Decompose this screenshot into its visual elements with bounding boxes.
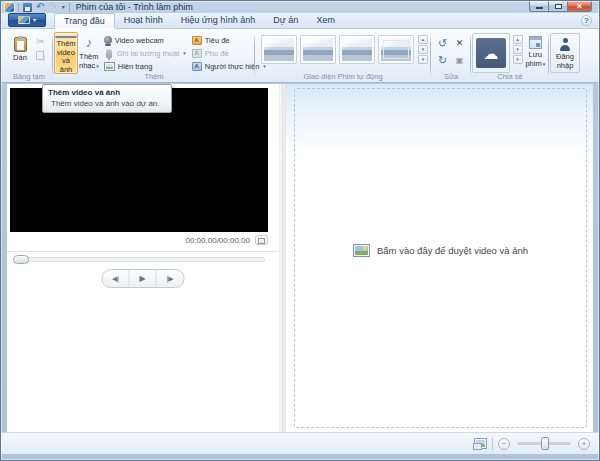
tooltip-title: Thêm video và ảnh	[43, 86, 171, 98]
group-label-automovie: Giao diện Phim tự động	[255, 72, 431, 81]
snapshot-icon	[104, 62, 115, 71]
add-videos-photos-label: Thêm video và ảnh	[55, 40, 77, 75]
select-all-icon[interactable]: ▣	[452, 53, 467, 68]
snapshot-button[interactable]: Hiện trạng	[103, 60, 187, 72]
automovie-theme-thumbnail[interactable]	[339, 35, 375, 64]
previous-frame-button[interactable]: ◀|	[103, 270, 130, 287]
record-narration-label: Ghi lại tường thuật	[117, 49, 179, 58]
close-button[interactable]: ×	[567, 1, 592, 12]
seek-slider-thumb[interactable]	[13, 255, 29, 264]
zoom-in-button[interactable]: +	[578, 438, 590, 450]
time-row: 00:00.00/00:00.00	[10, 235, 268, 245]
seek-slider[interactable]	[13, 257, 265, 262]
pane-splitter[interactable]	[279, 84, 286, 432]
cut-icon[interactable]: ✂	[36, 37, 44, 47]
automovie-theme-thumbnail[interactable]	[261, 35, 297, 64]
tab-bar: ▾ Trang đầu Hoạt hình Hiệu ứng hình ảnh …	[1, 13, 599, 29]
person-icon	[559, 38, 571, 51]
ribbon: Dán ✂ Bảng tạm Thêm video và ảnh ♪ Thêm …	[1, 29, 599, 83]
gallery-scroll-down-icon[interactable]: ▾	[418, 45, 428, 54]
microphone-icon	[106, 49, 112, 58]
tab-home[interactable]: Trang đầu	[54, 13, 115, 29]
save-movie-button[interactable]: Lưu phim▾	[523, 32, 548, 74]
minimize-button[interactable]	[529, 1, 548, 12]
automovie-theme-thumbnail[interactable]	[378, 35, 414, 64]
divider	[7, 251, 279, 252]
chevron-down-icon: ▾	[96, 63, 99, 69]
share-more-icon[interactable]: ▾	[513, 55, 523, 64]
ribbon-group-clipboard: Dán ✂ Bảng tạm	[5, 29, 53, 82]
webcam-video-button[interactable]: Video webcam	[103, 34, 187, 46]
theme-preview-image	[342, 38, 372, 61]
theme-preview-image	[381, 38, 411, 61]
credits-label: Người thực hiện	[205, 62, 260, 71]
ribbon-group-automovie: ▴ ▾ ▾ Giao diện Phim tự động	[255, 29, 431, 82]
add-music-button[interactable]: ♪ Thêm nhạc▾	[78, 32, 100, 74]
rotate-left-icon[interactable]: ↺	[435, 36, 450, 51]
theme-preview-image	[264, 38, 294, 61]
snapshot-label: Hiện trạng	[118, 62, 153, 71]
group-label-share: Chia sẻ	[471, 72, 549, 81]
paste-label: Dán	[13, 54, 27, 63]
playback-controls: ◀| ▶ |▶	[102, 269, 185, 288]
status-bar: − +	[1, 432, 599, 454]
quick-access-dropdown-icon[interactable]: ▾	[62, 4, 65, 10]
file-menu-button[interactable]: ▾	[8, 13, 46, 27]
gallery-scroll-up-icon[interactable]: ▴	[418, 35, 428, 44]
app-icon[interactable]	[5, 3, 14, 12]
webcam-icon	[104, 36, 112, 44]
help-icon[interactable]: ?	[581, 15, 592, 26]
gallery-more-icon[interactable]: ▾	[418, 55, 428, 64]
edit-buttons-grid: ↺ ✕ ↻ ▣	[435, 36, 467, 68]
storyboard-pane: Bấm vào đây để duyệt video và ảnh	[286, 84, 593, 432]
save-movie-label: Lưu phim	[525, 50, 542, 68]
tab-visual-effects[interactable]: Hiệu ứng hình ảnh	[172, 12, 265, 28]
credits-icon: A	[192, 62, 202, 71]
title-icon: A	[192, 36, 202, 45]
save-icon[interactable]	[23, 3, 32, 12]
theme-preview-image	[303, 38, 333, 61]
publish-onedrive-button[interactable]: ☁	[472, 33, 510, 73]
record-narration-button[interactable]: Ghi lại tường thuật ▾	[103, 47, 187, 59]
add-videos-photos-button[interactable]: Thêm video và ảnh	[54, 32, 78, 74]
chevron-down-icon: ▾	[183, 50, 186, 56]
copy-icon[interactable]	[36, 51, 44, 60]
thumbnail-size-icon[interactable]	[474, 438, 487, 449]
zoom-slider[interactable]	[517, 442, 571, 445]
rotate-right-icon[interactable]: ↻	[435, 53, 450, 68]
film-save-icon	[529, 36, 542, 49]
maximize-icon	[555, 4, 562, 9]
tab-project[interactable]: Dự án	[264, 12, 307, 28]
ribbon-group-share: ☁ ▴ ▾ ▾ Lưu phim▾ Chia sẻ	[471, 29, 549, 82]
browse-media-dropzone[interactable]: Bấm vào đây để duyệt video và ảnh	[294, 88, 587, 428]
quick-access-toolbar: ↶ ↷ ▾ Phim của tôi - Trình làm phim	[5, 1, 193, 13]
tab-animations[interactable]: Hoạt hình	[115, 12, 172, 28]
webcam-video-label: Video webcam	[115, 36, 164, 45]
tooltip-description: Thêm video và ảnh vào dự án.	[43, 98, 171, 110]
zoom-slider-thumb[interactable]	[541, 437, 549, 450]
main-content: 00:00.00/00:00.00 ◀| ▶ |▶ Bấm vào đây để…	[7, 84, 593, 432]
divider	[69, 3, 70, 12]
sign-in-button[interactable]: Đăng nhập	[550, 33, 580, 73]
movie-maker-icon	[18, 16, 30, 24]
photo-video-icon	[55, 36, 77, 38]
fullscreen-icon[interactable]	[255, 235, 268, 245]
paste-button[interactable]: Dán	[6, 32, 34, 74]
video-photo-icon	[353, 244, 370, 257]
ribbon-group-add: Thêm video và ảnh ♪ Thêm nhạc▾ Video web…	[53, 29, 255, 82]
undo-icon[interactable]: ↶	[36, 2, 44, 12]
automovie-theme-thumbnail[interactable]	[300, 35, 336, 64]
redo-icon[interactable]: ↷	[48, 2, 56, 12]
share-scroll-up-icon[interactable]: ▴	[513, 35, 523, 44]
sign-in-label: Đăng nhập	[551, 53, 579, 70]
gallery-scroll-buttons: ▴ ▾ ▾	[418, 35, 428, 64]
remove-icon[interactable]: ✕	[452, 36, 467, 51]
share-scroll-down-icon[interactable]: ▾	[513, 45, 523, 54]
ribbon-group-edit: ↺ ✕ ↻ ▣ Sửa	[431, 29, 471, 82]
add-small-buttons-left: Video webcam Ghi lại tường thuật ▾ Hiện …	[103, 34, 187, 72]
play-button[interactable]: ▶	[130, 270, 157, 287]
zoom-out-button[interactable]: −	[498, 438, 510, 450]
next-frame-button[interactable]: |▶	[157, 270, 184, 287]
maximize-button[interactable]	[548, 1, 567, 12]
tab-view[interactable]: Xem	[307, 12, 344, 28]
